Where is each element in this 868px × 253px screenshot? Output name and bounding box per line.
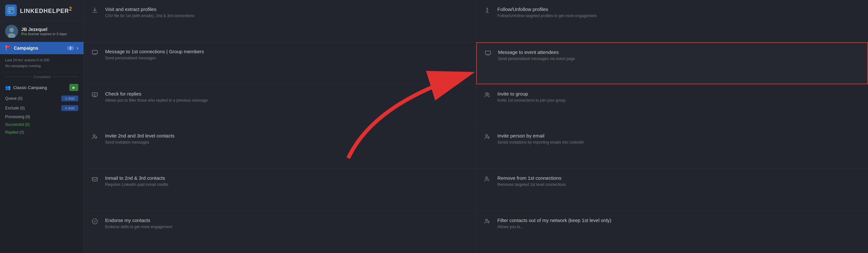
user-info: JB Jezequel Pro license expires in 3 day… — [21, 27, 67, 36]
stats-box: Last 24 hrs' actions 0 of 200 No campaig… — [0, 54, 84, 72]
processing-label: Processing (0) — [5, 115, 30, 119]
action-grid: Visit and extract profiles CSV file for … — [84, 0, 868, 253]
group-icon — [484, 92, 493, 100]
avatar — [5, 25, 18, 38]
svg-rect-3 — [9, 11, 11, 12]
action-follow-unfollow[interactable]: Follow/Unfollow profiles Follow/Unfollow… — [476, 0, 868, 42]
svg-point-14 — [486, 135, 488, 137]
action-title-filter: Filter contacts out of my network (keep … — [498, 218, 611, 223]
action-text-visit: Visit and extract profiles CSV file for … — [105, 6, 194, 19]
action-inmail[interactable]: Inmail to 2nd & 3rd contacts Requires Li… — [84, 169, 476, 211]
svg-rect-15 — [92, 177, 97, 181]
svg-rect-9 — [485, 51, 490, 55]
queue-add-button[interactable]: ≡ Add — [61, 95, 79, 101]
svg-point-7 — [487, 8, 488, 9]
action-title-check-replies: Check for replies — [105, 91, 208, 96]
exclude-row: Exclude (0) ≡ Add — [0, 103, 84, 113]
download-icon — [92, 7, 101, 15]
action-title-follow: Follow/Unfollow profiles — [498, 6, 597, 12]
action-title-invite-group: Invite to group — [498, 91, 565, 96]
endorse-icon — [92, 218, 101, 226]
exclude-add-label: Add — [68, 106, 74, 110]
stats-line2: No campaigns running — [5, 63, 79, 69]
action-desc-check-replies: Allows you to filter those who replied t… — [105, 98, 208, 103]
successful-row: Successful (0) — [0, 121, 84, 129]
divider-line-right — [52, 77, 79, 77]
filter-icon — [484, 218, 493, 226]
completed-label: Completed — [33, 75, 50, 79]
logo-area: LINKEDHELPER2 — [0, 0, 84, 21]
grid-row-5: Inmail to 2nd & 3rd contacts Requires Li… — [84, 169, 868, 211]
action-text-invite-group: Invite to group Invite 1st connections t… — [498, 91, 565, 103]
chevron-right-icon: › — [77, 45, 79, 51]
campaigns-label: Campaigns — [14, 46, 64, 51]
action-desc-visit: CSV file for 1st (with emails), 2nd & 3r… — [105, 13, 194, 19]
people-icon: 👥 — [5, 85, 11, 90]
add-person-icon — [92, 134, 101, 142]
action-text-message-1st: Message to 1st connections | Group membe… — [105, 49, 204, 61]
grid-row-3: Check for replies Allows you to filter t… — [84, 85, 868, 126]
user-license: Pro license expires in 3 days — [21, 32, 67, 36]
mail-icon — [92, 176, 101, 184]
remove-person-icon — [484, 176, 493, 184]
svg-point-11 — [486, 93, 488, 94]
action-message-event[interactable]: Message to event attendees Send personal… — [476, 42, 868, 84]
action-desc-filter: Allows you to... — [498, 224, 611, 230]
action-desc-inmail: Requires LinkedIn paid inmail credits — [105, 182, 168, 188]
svg-point-16 — [486, 177, 488, 179]
action-title-invite-email: Invite person by email — [498, 133, 584, 138]
svg-rect-2 — [11, 8, 13, 10]
replied-label: Replied (0) — [5, 130, 24, 135]
campaign-name: Classic Campaing — [13, 85, 67, 90]
campaign-list-item[interactable]: 👥 Classic Campaing ▶ — [0, 81, 84, 93]
person-email-icon — [484, 134, 493, 142]
main-content: Visit and extract profiles CSV file for … — [84, 0, 868, 253]
user-name: JB Jezequel — [21, 27, 67, 32]
processing-row: Processing (0) — [0, 113, 84, 121]
action-desc-invite-2nd: Send invitation messages — [105, 140, 175, 145]
logo-text-main: LINKEDHELPER — [20, 8, 69, 14]
action-endorse[interactable]: Endorse my contacts Endorse skills to ge… — [84, 211, 476, 253]
action-visit-extract[interactable]: Visit and extract profiles CSV file for … — [84, 0, 476, 42]
action-message-1st[interactable]: Message to 1st connections | Group membe… — [84, 42, 476, 84]
queue-add-label: Add — [68, 96, 74, 101]
svg-rect-1 — [9, 8, 11, 10]
action-invite-2nd-3rd[interactable]: Invite 2nd and 3rd level contacts Send i… — [84, 126, 476, 168]
action-text-invite-2nd: Invite 2nd and 3rd level contacts Send i… — [105, 133, 175, 145]
logo-sup: 2 — [69, 6, 72, 11]
action-text-inmail: Inmail to 2nd & 3rd contacts Requires Li… — [105, 175, 168, 188]
svg-rect-8 — [92, 50, 97, 54]
action-desc-remove: Removes targeted 1st level connections — [498, 182, 566, 188]
action-text-invite-email: Invite person by email Sends invitations… — [498, 133, 584, 145]
action-filter-contacts[interactable]: Filter contacts out of my network (keep … — [476, 211, 868, 253]
action-desc-endorse: Endorse skills to get more engagement — [105, 224, 172, 230]
user-profile[interactable]: JB Jezequel Pro license expires in 3 day… — [0, 21, 84, 42]
play-button[interactable]: ▶ — [69, 84, 79, 91]
action-text-follow: Follow/Unfollow profiles Follow/Unfollow… — [498, 6, 597, 19]
completed-divider: Completed — [0, 72, 84, 81]
svg-point-12 — [488, 93, 489, 94]
action-check-replies[interactable]: Check for replies Allows you to filter t… — [84, 85, 476, 126]
action-remove-connections[interactable]: Remove from 1st connections Removes targ… — [476, 169, 868, 211]
walk-icon — [484, 7, 493, 15]
action-desc-invite-group: Invite 1st connections to join your grou… — [498, 98, 565, 103]
action-text-remove: Remove from 1st connections Removes targ… — [498, 175, 566, 188]
action-title-inmail: Inmail to 2nd & 3rd contacts — [105, 175, 168, 181]
logo-icon — [5, 4, 17, 16]
action-text-filter: Filter contacts out of my network (keep … — [498, 218, 611, 230]
grid-row-2: Message to 1st connections | Group membe… — [84, 42, 868, 84]
exclude-add-button[interactable]: ≡ Add — [61, 105, 79, 111]
app-name: LINKEDHELPER2 — [20, 6, 72, 15]
action-title-visit: Visit and extract profiles — [105, 6, 194, 12]
action-desc-invite-email: Sends invitations by importing emails in… — [498, 140, 584, 145]
successful-label: Successful (0) — [5, 122, 30, 127]
divider-line-left — [5, 77, 31, 77]
campaigns-nav[interactable]: 🚩 Campaigns 2 › — [0, 42, 84, 54]
license-info: license expires in 3 days — [28, 32, 67, 36]
campaigns-count: 2 — [67, 46, 74, 50]
queue-label: Queue (0) — [5, 96, 59, 101]
action-invite-email[interactable]: Invite person by email Sends invitations… — [476, 126, 868, 168]
action-invite-group[interactable]: Invite to group Invite 1st connections t… — [476, 85, 868, 126]
action-text-endorse: Endorse my contacts Endorse skills to ge… — [105, 218, 172, 230]
action-title-message-1st: Message to 1st connections | Group membe… — [105, 49, 204, 54]
